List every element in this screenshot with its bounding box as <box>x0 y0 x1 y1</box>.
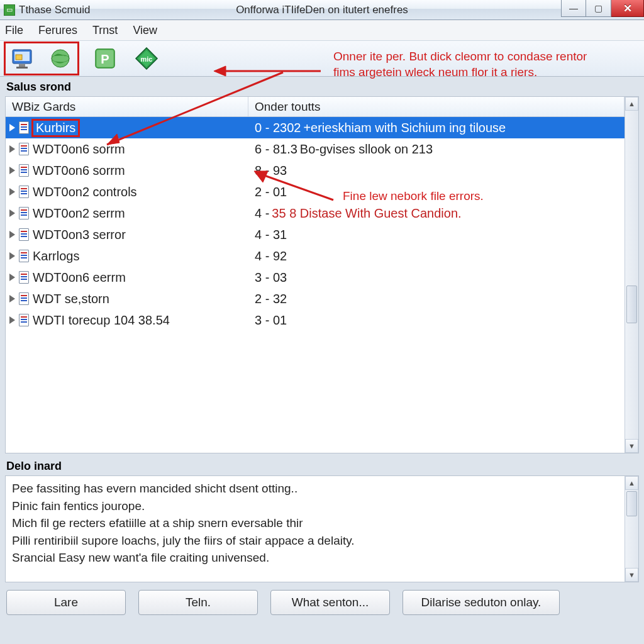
row-name: Kurbirs <box>31 119 80 137</box>
scroll-up-icon[interactable]: ▲ <box>625 97 638 111</box>
scroll-down-icon[interactable]: ▼ <box>625 568 638 582</box>
button-bar: Lare Teln. What senton... Dilarise sedut… <box>0 582 644 615</box>
document-icon <box>19 186 29 198</box>
detail-line: Srancial Easy new want'a file craiting u… <box>12 549 618 567</box>
table-row[interactable]: WDTI torecup 104 38.543 - 01 <box>6 309 625 331</box>
svg-marker-14 <box>107 134 119 145</box>
row-value: 4 - 92 <box>255 249 287 264</box>
menu-view[interactable]: View <box>133 24 157 37</box>
row-extra: Bo-gvises sllook on 213 <box>300 142 433 157</box>
document-icon <box>19 314 29 326</box>
annotation-mid: Fine lew nebork file errors. <box>343 189 484 204</box>
row-name: WDT0on6 eerrm <box>33 270 126 285</box>
app-icon: ▭ <box>4 4 15 16</box>
row-value: 4 - <box>255 206 269 221</box>
document-icon <box>19 271 29 284</box>
table-row[interactable]: WDT se,storn2 - 32 <box>6 288 625 309</box>
rows-container: Kurbirs0 - 2302 +erieskhiam with Sichium… <box>6 117 625 453</box>
expand-icon[interactable] <box>9 295 15 303</box>
maximize-icon: ▢ <box>594 3 602 13</box>
row-name: WDT0on6 sorrm <box>33 164 125 178</box>
detail-line: Pee fassiting has evern mancided shicht … <box>12 480 618 497</box>
detail-line: Pinic fain fentics jourope. <box>12 497 618 515</box>
document-icon <box>19 164 29 177</box>
svg-text:P: P <box>101 52 109 66</box>
row-value: 3 - 03 <box>255 270 287 285</box>
annotation-arrow-1 <box>101 66 289 154</box>
lare-button[interactable]: Lare <box>6 590 126 615</box>
document-icon <box>19 121 29 134</box>
close-button[interactable]: ✕ <box>611 0 644 17</box>
close-icon: ✕ <box>623 2 632 15</box>
table-row[interactable]: WDT0on6 eerrm3 - 03 <box>6 267 625 288</box>
expand-icon[interactable] <box>9 252 15 260</box>
table-row[interactable]: Kurbirs0 - 2302 +erieskhiam with Sichium… <box>6 117 625 138</box>
svg-rect-2 <box>19 64 25 67</box>
detail-body: Pee fassiting has evern mancided shicht … <box>6 476 625 582</box>
scroll-down-icon[interactable]: ▼ <box>625 439 638 453</box>
row-name: WDT0on3 serror <box>33 228 126 242</box>
svg-marker-16 <box>214 66 226 76</box>
table-row[interactable]: Karrlogs4 - 92 <box>6 245 625 267</box>
detail-label: Delo inard <box>0 453 644 475</box>
detail-scrollbar[interactable]: ▲ ▼ <box>625 476 638 582</box>
column-headers: WBiz Gards Onder toutts <box>6 97 625 117</box>
svg-rect-4 <box>16 55 22 60</box>
expand-icon[interactable] <box>9 209 15 217</box>
document-icon <box>19 228 29 241</box>
expand-icon[interactable] <box>9 188 15 196</box>
annotation-arrow-2 <box>211 63 324 79</box>
expand-icon[interactable] <box>9 124 15 131</box>
table-row[interactable]: WDT0on6 sorrm6 - 81.3 Bo-gvises sllook o… <box>6 138 625 160</box>
row-value: 2 - 32 <box>255 292 287 306</box>
scroll-thumb[interactable] <box>626 286 637 323</box>
app-title-center: Onfforwa iTIifeDen on itutert enefres <box>236 4 408 16</box>
svg-line-17 <box>259 174 333 200</box>
globe-icon[interactable] <box>45 45 76 72</box>
expand-icon[interactable] <box>9 316 15 324</box>
minimize-button[interactable]: ― <box>561 0 586 17</box>
minimize-icon: ― <box>569 3 578 13</box>
annotation-arrow-3 <box>252 169 340 206</box>
row-name: WDTI torecup 104 38.54 <box>33 313 170 328</box>
detail-pane: Pee fassiting has evern mancided shicht … <box>5 475 639 582</box>
expand-icon[interactable] <box>9 145 15 153</box>
toolbar-group-highlighted <box>4 42 79 75</box>
scroll-up-icon[interactable]: ▲ <box>625 476 638 490</box>
column-header-2[interactable]: Onder toutts <box>248 97 625 116</box>
maximize-button[interactable]: ▢ <box>586 0 611 17</box>
row-extra: +erieskhiam with Sichium ing tilouse <box>303 121 506 135</box>
row-value: 3 - 01 <box>255 313 287 328</box>
svg-rect-3 <box>16 67 28 69</box>
row-name: WDT0on2 controls <box>33 185 137 199</box>
monitor-icon[interactable] <box>7 45 38 72</box>
list-scrollbar[interactable]: ▲ ▼ <box>625 97 638 453</box>
what-senton-button[interactable]: What senton... <box>270 590 390 615</box>
expand-icon[interactable] <box>9 231 15 238</box>
svg-text:mic: mic <box>141 55 153 63</box>
svg-line-13 <box>107 72 283 145</box>
menu-file[interactable]: File <box>5 24 23 37</box>
detail-line: Pilli rentiribiil supore loachs, july th… <box>12 532 618 550</box>
expand-icon[interactable] <box>9 167 15 174</box>
menu-ferures[interactable]: Ferures <box>38 24 77 37</box>
menu-trnst[interactable]: Trnst <box>92 24 118 37</box>
table-row[interactable]: WDT0on3 serror4 - 31 <box>6 224 625 245</box>
document-icon <box>19 207 29 219</box>
dilarise-button[interactable]: Dilarise seduton onlay. <box>402 590 560 615</box>
teln-button[interactable]: Teln. <box>138 590 258 615</box>
annotation-top: Onner ite per. But dick cleomr to condas… <box>333 49 610 80</box>
scroll-thumb[interactable] <box>626 491 637 516</box>
row-name: Karrlogs <box>33 249 79 264</box>
row-extra: 35 8 Distase With Guest Candion. <box>272 206 461 221</box>
row-name: WDT se,storn <box>33 292 109 306</box>
expand-icon[interactable] <box>9 274 15 281</box>
detail-line: Mich fil ge recters efatiille at a ship … <box>12 514 618 532</box>
app-title-left: Tthase Scmuid <box>19 4 90 16</box>
svg-point-5 <box>52 50 69 67</box>
document-icon <box>19 292 29 305</box>
titlebar: ▭ Tthase Scmuid Onfforwa iTIifeDen on it… <box>0 0 644 20</box>
document-icon <box>19 250 29 262</box>
window-buttons: ― ▢ ✕ <box>561 0 644 17</box>
menubar: File Ferures Trnst View <box>0 20 644 40</box>
